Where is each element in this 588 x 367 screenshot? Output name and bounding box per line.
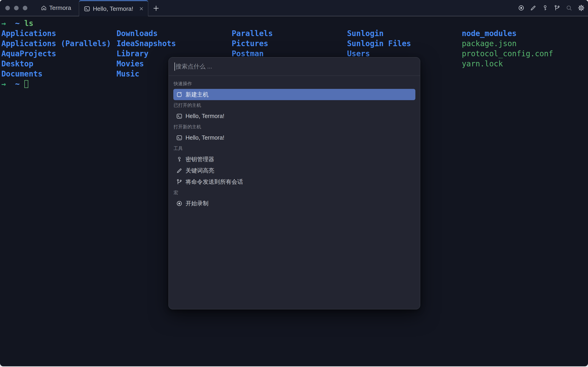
search-icon[interactable] <box>566 5 572 11</box>
branch-icon[interactable] <box>554 5 560 11</box>
palette-item-start-recording[interactable]: 开始录制 <box>173 198 415 209</box>
palette-list: 快速操作 新建主机 已打开的主机 Hello, Termora! 打开新的主机 … <box>169 76 420 209</box>
window-control-zoom[interactable] <box>23 6 27 10</box>
app-window: Termora Hello, Termora! → ~ ls Applicati… <box>0 0 588 366</box>
window-control-minimize[interactable] <box>14 6 19 10</box>
key-icon <box>176 156 182 163</box>
ls-column: ApplicationsApplications (Parallels)Aqua… <box>1 28 111 79</box>
record-icon <box>176 200 182 207</box>
section-label-tools: 工具 <box>173 143 415 154</box>
section-label-macro: 宏 <box>173 187 415 198</box>
palette-item-send-command-all-sessions[interactable]: 将命令发送到所有会话 <box>173 176 415 187</box>
command-palette: 搜索点什么 ... 快速操作 新建主机 已打开的主机 Hello, Termor… <box>169 57 420 309</box>
palette-item-key-manager[interactable]: 密钥管理器 <box>173 154 415 165</box>
palette-item-label: Hello, Termora! <box>186 134 224 141</box>
gear-icon[interactable] <box>578 4 585 11</box>
command-text: ls <box>24 19 33 28</box>
branch-icon <box>176 179 182 185</box>
home-tab-label: Termora <box>49 4 71 11</box>
section-label-open-new-host: 打开新的主机 <box>173 122 415 132</box>
terminal-icon <box>176 134 182 141</box>
palette-item-label: 关键词高亮 <box>186 167 214 174</box>
palette-item-new-host[interactable]: 新建主机 <box>173 89 415 100</box>
toolbar <box>518 0 585 16</box>
pencil-icon[interactable] <box>530 5 537 11</box>
prompt-arrow: → <box>1 19 6 28</box>
tab-label: Hello, Termora! <box>93 5 133 12</box>
ls-column: ParallelsPicturesPostman <box>232 28 273 59</box>
palette-item-opened-host[interactable]: Hello, Termora! <box>173 110 415 122</box>
search-input[interactable]: 搜索点什么 ... <box>169 58 420 76</box>
tab-bar: Termora Hello, Termora! <box>0 0 588 16</box>
window-controls <box>5 6 27 10</box>
record-icon[interactable] <box>518 5 525 11</box>
search-placeholder: 搜索点什么 ... <box>176 62 212 70</box>
prompt-path: ~ <box>15 19 20 28</box>
palette-item-label: 新建主机 <box>186 91 208 98</box>
palette-item-label: 开始录制 <box>186 200 208 207</box>
tab-hello-termora[interactable]: Hello, Termora! <box>79 0 148 16</box>
pencil-icon <box>176 167 182 174</box>
new-tab-button[interactable] <box>152 4 161 13</box>
home-icon <box>41 5 47 11</box>
terminal-cursor <box>24 80 28 88</box>
prompt-line: → ~ ls <box>1 18 33 28</box>
ls-column: DownloadsIdeaSnapshotsLibraryMoviesMusic <box>117 28 176 79</box>
ls-column: node_modulespackage.jsonprotocol_config.… <box>462 28 553 69</box>
section-label-quick-actions: 快速操作 <box>173 79 415 89</box>
ls-column: SunloginSunlogin FilesUsers <box>347 28 411 59</box>
terminal-icon <box>84 6 90 12</box>
palette-item-keyword-highlight[interactable]: 关键词高亮 <box>173 165 415 176</box>
section-label-opened-hosts: 已打开的主机 <box>173 100 415 110</box>
window-control-close[interactable] <box>5 6 10 10</box>
home-tab[interactable]: Termora <box>41 0 71 16</box>
palette-item-label: Hello, Termora! <box>186 113 224 119</box>
key-icon[interactable] <box>542 5 548 11</box>
text-caret <box>174 62 175 71</box>
terminal-icon <box>176 113 182 119</box>
prompt-line: → ~ <box>1 79 28 89</box>
close-tab-icon[interactable] <box>139 6 144 11</box>
palette-item-label: 将命令发送到所有会话 <box>186 178 243 186</box>
add-host-icon <box>176 92 182 98</box>
palette-item-label: 密钥管理器 <box>186 156 214 163</box>
palette-item-open-new-host[interactable]: Hello, Termora! <box>173 132 415 143</box>
